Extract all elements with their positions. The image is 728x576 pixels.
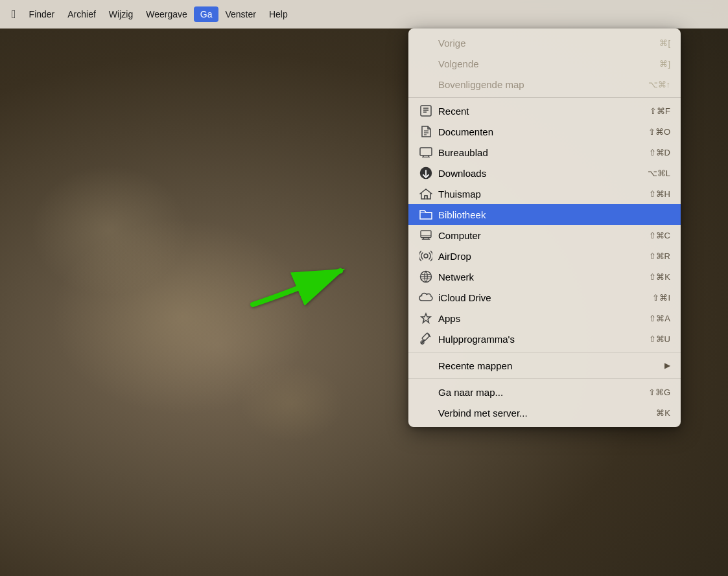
wijzig-menu[interactable]: Wijzig (102, 6, 139, 22)
menu-item-bureaublad[interactable]: Bureaublad ⇧⌘D (408, 142, 681, 163)
computer-label: Computer (438, 230, 649, 241)
recente-arrow: ▶ (664, 361, 670, 370)
bureaublad-icon (419, 145, 433, 159)
ga-dropdown-menu: Vorige ⌘[ Volgende ⌘] Bovenliggende map … (408, 29, 681, 427)
vorige-label: Vorige (438, 38, 659, 49)
menu-item-volgende[interactable]: Volgende ⌘] (408, 53, 681, 74)
computer-icon (419, 228, 433, 242)
ga-menu[interactable]: Ga (194, 6, 219, 22)
netwerk-shortcut: ⇧⌘K (649, 272, 670, 282)
svg-rect-8 (420, 148, 432, 156)
ganaar-icon (419, 385, 433, 399)
svg-rect-1 (421, 106, 431, 116)
verbind-shortcut: ⌘K (656, 408, 670, 418)
airdrop-icon (419, 249, 433, 263)
documenten-icon (419, 124, 433, 139)
thuismap-label: Thuismap (438, 189, 649, 200)
hulp-label: Hulpprogramma's (438, 334, 649, 345)
netwerk-label: Netwerk (438, 271, 649, 282)
venster-menu[interactable]: Venster (218, 6, 262, 22)
weergave-menu[interactable]: Weergave (139, 6, 194, 22)
volgende-shortcut: ⌘] (659, 59, 670, 69)
menu-item-apps[interactable]: Apps ⇧⌘A (408, 308, 681, 328)
downloads-shortcut: ⌥⌘L (648, 168, 670, 178)
downloads-label: Downloads (438, 168, 648, 179)
apps-label: Apps (438, 313, 649, 324)
bovenliggende-icon (419, 77, 433, 91)
hulp-icon (419, 332, 433, 346)
bovenliggende-label: Bovenliggende map (438, 79, 648, 90)
airdrop-label: AirDrop (438, 251, 649, 262)
help-menu[interactable]: Help (263, 6, 294, 22)
apps-icon (419, 311, 433, 325)
apple-menu[interactable]:  (5, 6, 23, 23)
bureaublad-shortcut: ⇧⌘D (649, 148, 670, 157)
menu-item-vorige[interactable]: Vorige ⌘[ (408, 32, 681, 53)
separator-1 (408, 97, 681, 98)
menu-item-hulp[interactable]: Hulpprogramma's ⇧⌘U (408, 328, 681, 349)
svg-rect-16 (421, 231, 431, 238)
menu-item-bibliotheek[interactable]: Bibliotheek (408, 204, 681, 225)
bibliotheek-label: Bibliotheek (438, 209, 670, 220)
menu-item-thuismap[interactable]: Thuismap ⇧⌘H (408, 183, 681, 204)
bibliotheek-icon (419, 207, 433, 222)
netwerk-icon (419, 270, 433, 284)
hulp-shortcut: ⇧⌘U (649, 334, 670, 344)
finder-menu[interactable]: Finder (23, 6, 62, 22)
separator-3 (408, 378, 681, 379)
menu-item-recent[interactable]: Recent ⇧⌘F (408, 100, 681, 121)
menubar:  Finder Archief Wijzig Weergave Ga Vens… (0, 0, 728, 29)
svg-rect-25 (422, 333, 430, 341)
apps-shortcut: ⇧⌘A (649, 314, 670, 323)
menu-item-computer[interactable]: Computer ⇧⌘C (408, 225, 681, 246)
menu-item-documenten[interactable]: Documenten ⇧⌘O (408, 121, 681, 142)
recente-icon (419, 358, 433, 373)
menu-item-ganaar[interactable]: Ga naar map... ⇧⌘G (408, 382, 681, 402)
bureaublad-label: Bureaublad (438, 147, 649, 158)
computer-shortcut: ⇧⌘C (649, 231, 670, 240)
recente-label: Recente mappen (438, 360, 664, 371)
menu-item-bovenliggende[interactable]: Bovenliggende map ⌥⌘↑ (408, 74, 681, 95)
thuismap-icon (419, 187, 433, 201)
documenten-label: Documenten (438, 126, 648, 137)
recent-label: Recent (438, 106, 650, 117)
volgende-label: Volgende (438, 58, 659, 69)
verbind-label: Verbind met server... (438, 408, 656, 419)
recent-icon (419, 104, 433, 118)
icloud-label: iCloud Drive (438, 292, 652, 303)
green-arrow-annotation (240, 253, 357, 320)
archief-menu[interactable]: Archief (61, 6, 102, 22)
menu-item-icloud[interactable]: iCloud Drive ⇧⌘I (408, 287, 681, 308)
bovenliggende-shortcut: ⌥⌘↑ (648, 80, 671, 89)
volgende-icon (419, 56, 433, 71)
menu-item-downloads[interactable]: Downloads ⌥⌘L (408, 163, 681, 183)
vorige-icon (419, 36, 433, 50)
downloads-icon (419, 166, 433, 180)
ganaar-shortcut: ⇧⌘G (648, 387, 670, 397)
menu-item-airdrop[interactable]: AirDrop ⇧⌘R (408, 246, 681, 266)
documenten-shortcut: ⇧⌘O (648, 127, 670, 137)
menu-item-netwerk[interactable]: Netwerk ⇧⌘K (408, 266, 681, 287)
recent-shortcut: ⇧⌘F (650, 106, 670, 116)
menu-item-recente[interactable]: Recente mappen ▶ (408, 355, 681, 376)
thuismap-shortcut: ⇧⌘H (649, 189, 670, 199)
vorige-shortcut: ⌘[ (659, 38, 670, 48)
icloud-icon (419, 290, 433, 305)
verbind-icon (419, 406, 433, 420)
svg-point-21 (424, 254, 428, 258)
icloud-shortcut: ⇧⌘I (652, 293, 670, 303)
airdrop-shortcut: ⇧⌘R (649, 251, 670, 261)
ganaar-label: Ga naar map... (438, 387, 648, 398)
separator-2 (408, 352, 681, 352)
menu-item-verbind[interactable]: Verbind met server... ⌘K (408, 402, 681, 423)
